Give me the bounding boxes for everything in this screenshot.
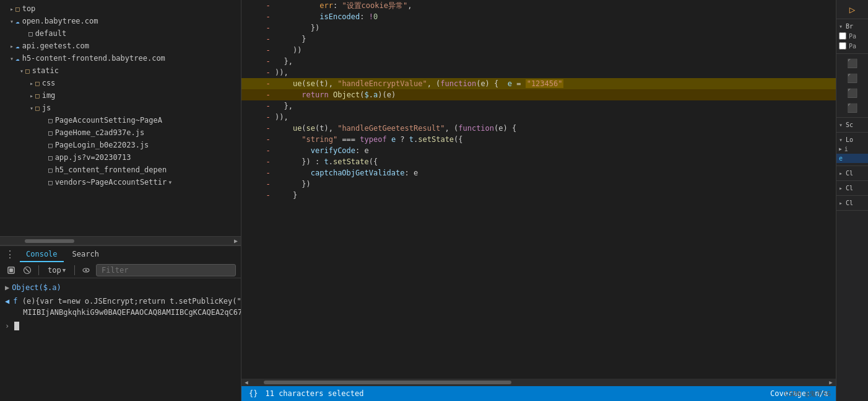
tree-item-js[interactable]: □ js <box>0 102 241 114</box>
file-icon: □ <box>48 141 53 149</box>
console-nav-bar: ⋮ Console Search <box>0 245 241 263</box>
code-text: captchaObjGetValidate: e <box>272 167 836 178</box>
chevron-icon <box>10 18 14 25</box>
tree-item-pageaccount[interactable]: □ PageAccountSetting~PageA <box>0 114 241 126</box>
chevron-icon <box>839 121 843 128</box>
checkbox-pa2[interactable] <box>839 42 846 50</box>
context-selector[interactable]: top ▼ <box>44 265 69 276</box>
icon-btn-3[interactable]: ⬛ <box>840 87 865 99</box>
chevron-icon <box>839 23 843 30</box>
chevron-icon <box>10 55 14 62</box>
console-line-object[interactable]: ▶ Object($.a) <box>5 281 236 294</box>
record-btn[interactable] <box>5 264 17 276</box>
right-item-i[interactable]: ▶ i <box>836 144 868 154</box>
tree-label: open.babytree.com <box>22 17 98 25</box>
diff-marker: - <box>264 45 272 56</box>
scroll-right-btn[interactable]: ▶ <box>826 379 836 386</box>
chevron-icon <box>839 200 843 206</box>
tree-label: vendors~PageAccountSettir <box>55 178 167 187</box>
eye-btn[interactable] <box>80 264 92 276</box>
tree-label: css <box>42 79 56 87</box>
tree-item-h5content-file[interactable]: □ h5_content_frontend_depen <box>0 164 241 176</box>
clear-btn[interactable] <box>21 264 33 276</box>
file-tree[interactable]: □ top ☁ open.babytree.com □ default ☁ ap… <box>0 0 241 236</box>
right-item-pa2[interactable]: Pa <box>836 41 868 51</box>
resume-btn[interactable]: ▷ <box>840 3 865 15</box>
diff-marker: - <box>264 156 272 167</box>
right-item-label: Pa <box>849 43 856 50</box>
filter-input[interactable] <box>96 264 236 276</box>
diff-marker: - <box>264 178 272 190</box>
horizontal-scrollbar[interactable]: ▶ <box>0 236 241 245</box>
section-header-lo[interactable]: Lo <box>836 135 868 144</box>
code-text: }, <box>272 100 836 112</box>
tree-label: default <box>35 29 67 38</box>
tree-label: top <box>22 4 36 13</box>
horizontal-scrollbar[interactable]: ◀ ▶ <box>241 379 836 386</box>
tree-item-appjs[interactable]: □ app.js?v=20230713 <box>0 151 241 164</box>
divider2 <box>74 265 75 275</box>
icon-btn-4[interactable]: ⬛ <box>840 102 865 114</box>
tree-item-h5-content[interactable]: ☁ h5-content-frontend.babytree.com <box>0 52 241 64</box>
cursor <box>14 322 19 330</box>
section-header-cl2[interactable]: Cl <box>836 183 868 193</box>
folder-icon: □ <box>25 67 30 75</box>
tree-label: PageAccountSetting~PageA <box>55 116 162 125</box>
console-obj-text: Object($.a) <box>12 282 61 293</box>
section-header-br[interactable]: Br <box>836 22 868 31</box>
code-row: - }) <box>241 22 836 33</box>
section-label-lo: Lo <box>846 136 853 143</box>
tree-item-css[interactable]: □ css <box>0 77 241 89</box>
cloud-icon: ☁ <box>15 17 20 25</box>
section-header-cl1[interactable]: Cl <box>836 169 868 178</box>
tree-item-pagehome[interactable]: □ PageHome_c2ad937e.js <box>0 126 241 139</box>
expand-arrow[interactable]: ▶ <box>5 282 9 293</box>
right-section-cl3: Cl <box>836 196 868 211</box>
icon-btn-2[interactable]: ⬛ <box>840 72 865 84</box>
line-number <box>241 123 264 134</box>
console-output: ▶ Object($.a) ◀ f (e){var t=new o.JSEncr… <box>0 278 241 401</box>
tree-label: static <box>32 66 59 75</box>
section-header-sc[interactable]: Sc <box>836 120 868 130</box>
scroll-left-btn[interactable]: ◀ <box>241 379 251 386</box>
diff-marker: - <box>264 78 272 89</box>
main-area: - err: "设置cookie异常", - isEncoded: !0 - }… <box>241 0 836 401</box>
code-row-highlighted-2: - return Object($.a)(e) <box>241 89 836 100</box>
chevron-icon <box>20 68 24 74</box>
scroll-right-btn[interactable]: ▶ <box>231 237 241 245</box>
divider <box>38 265 39 275</box>
diff-marker: - <box>264 123 272 134</box>
tree-item-top[interactable]: □ top <box>0 2 241 15</box>
right-item-pa1[interactable]: Pa <box>836 31 868 41</box>
line-number <box>241 145 264 156</box>
tree-item-pagelogin[interactable]: □ PageLogin_b0e22023.js <box>0 139 241 151</box>
code-text: }, <box>272 56 836 67</box>
tree-item-img[interactable]: □ img <box>0 89 241 102</box>
format-btn[interactable]: {} <box>249 389 258 398</box>
line-number <box>241 190 264 201</box>
tab-console[interactable]: Console <box>20 247 64 262</box>
code-row: - verifyCode: e <box>241 145 836 156</box>
right-section-cl1: Cl <box>836 166 868 181</box>
line-number <box>241 89 264 100</box>
tab-search[interactable]: Search <box>66 247 105 262</box>
tree-label: js <box>42 104 51 112</box>
console-prompt-line[interactable]: › <box>5 319 236 333</box>
icon-btn-1[interactable]: ⬛ <box>840 57 865 69</box>
checkbox-pa1[interactable] <box>839 32 846 40</box>
tree-item-static[interactable]: □ static <box>0 64 241 77</box>
code-row: - captchaObjGetValidate: e <box>241 167 836 178</box>
tree-item-api-geetest[interactable]: ☁ api.geetest.com <box>0 40 241 52</box>
tree-item-default[interactable]: □ default <box>0 27 241 40</box>
diff-marker: - <box>264 100 272 112</box>
tree-item-vendors[interactable]: □ vendors~PageAccountSettir ▾ <box>0 176 241 188</box>
cloud-icon: ☁ <box>15 55 20 63</box>
chevron-icon <box>839 185 843 192</box>
cloud-icon: ☁ <box>15 42 20 50</box>
right-item-e[interactable]: e <box>836 154 868 163</box>
code-content[interactable]: - err: "设置cookie异常", - isEncoded: !0 - }… <box>241 0 836 379</box>
tree-item-open-babytree[interactable]: ☁ open.babytree.com <box>0 15 241 27</box>
function-body-line2: MIIBIjANBgkqhkiG9w0BAQEFAAOCAQ8AMIIBCgKC… <box>13 308 241 317</box>
console-menu-dots[interactable]: ⋮ <box>5 249 15 260</box>
section-header-cl3[interactable]: Cl <box>836 198 868 208</box>
